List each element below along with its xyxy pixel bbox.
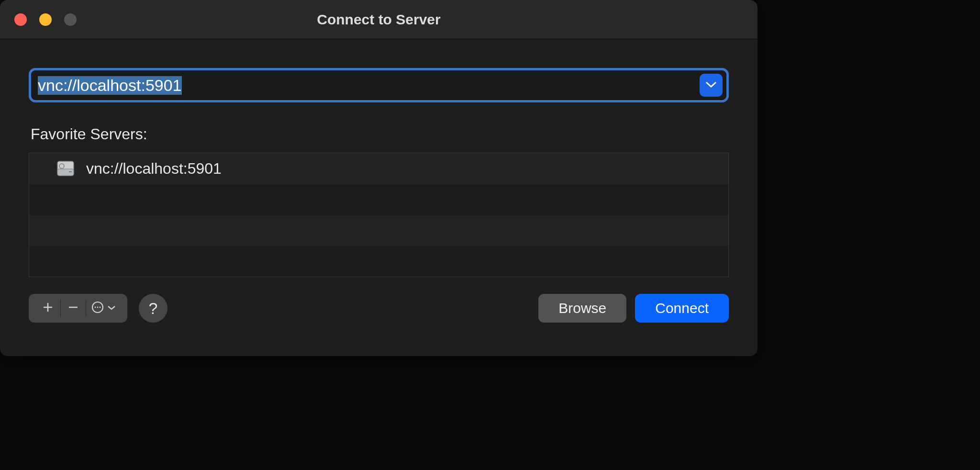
- plus-icon: [42, 302, 54, 315]
- window-title: Connect to Server: [317, 11, 440, 28]
- server-drive-icon: [56, 158, 76, 179]
- remove-favorite-button[interactable]: [63, 294, 84, 323]
- connect-to-server-window: Connect to Server Favorite Servers:: [0, 0, 757, 356]
- connect-button[interactable]: Connect: [635, 294, 729, 323]
- list-item[interactable]: [29, 246, 728, 277]
- server-address-input[interactable]: [31, 70, 700, 100]
- add-favorite-button[interactable]: [37, 294, 58, 323]
- favorite-server-url: vnc://localhost:5901: [86, 160, 222, 178]
- list-item[interactable]: [29, 215, 728, 246]
- favorite-servers-list[interactable]: vnc://localhost:5901: [29, 153, 729, 277]
- svg-rect-1: [57, 169, 74, 176]
- divider: [60, 300, 61, 317]
- browse-button[interactable]: Browse: [538, 294, 626, 323]
- ellipsis-circle-icon: [91, 301, 104, 316]
- svg-point-8: [95, 307, 96, 308]
- close-window-button[interactable]: [14, 13, 27, 26]
- zoom-window-button[interactable]: [64, 13, 77, 26]
- list-item[interactable]: [29, 184, 728, 215]
- chevron-down-icon: [705, 80, 717, 90]
- favorite-server-row[interactable]: vnc://localhost:5901: [29, 153, 728, 184]
- content-area: Favorite Servers: vnc://localhost:5901: [0, 39, 757, 356]
- minimize-window-button[interactable]: [39, 13, 52, 26]
- traffic-lights: [14, 13, 77, 26]
- favorites-actions-menu-button[interactable]: [88, 294, 119, 323]
- help-button[interactable]: ?: [139, 294, 167, 323]
- question-mark-icon: ?: [149, 299, 158, 318]
- svg-point-9: [97, 307, 99, 308]
- footer-toolbar: ? Browse Connect: [29, 291, 729, 325]
- favorite-servers-label: Favorite Servers:: [29, 125, 729, 143]
- favorites-edit-controls: [29, 294, 127, 323]
- chevron-down-icon: [107, 304, 116, 313]
- minus-icon: [67, 302, 79, 315]
- server-address-field-wrap: [29, 68, 729, 102]
- divider: [86, 300, 86, 317]
- titlebar: Connect to Server: [0, 0, 757, 39]
- svg-point-10: [100, 307, 101, 308]
- recent-servers-dropdown-button[interactable]: [700, 74, 723, 97]
- svg-rect-3: [69, 171, 72, 172]
